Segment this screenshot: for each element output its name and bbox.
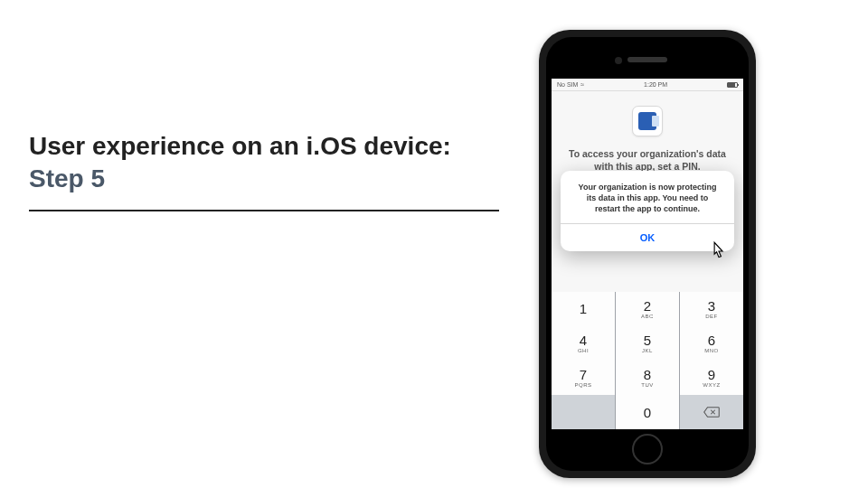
keypad-blank — [552, 395, 615, 429]
keypad-0[interactable]: 0 — [616, 395, 679, 429]
pin-prompt-heading: To access your organization's data with … — [552, 147, 743, 173]
key-3-sub: DEF — [705, 314, 718, 319]
outlook-glyph-icon — [638, 112, 656, 130]
wifi-icon: ≈ — [580, 81, 584, 88]
key-7-sub: PQRS — [574, 382, 591, 388]
carrier-label: No SIM — [557, 81, 578, 88]
key-5-num: 5 — [644, 333, 651, 347]
keypad-6[interactable]: 6MNO — [680, 326, 743, 361]
cursor-hand-icon — [707, 239, 731, 263]
key-4-num: 4 — [580, 333, 587, 347]
battery-icon — [727, 82, 738, 88]
key-8-sub: TUV — [641, 382, 654, 388]
phone-camera — [615, 57, 622, 64]
keypad-7[interactable]: 7PQRS — [552, 361, 615, 395]
key-4-sub: GHI — [578, 348, 589, 353]
keypad-5[interactable]: 5JKL — [616, 326, 679, 361]
backspace-icon — [703, 407, 720, 418]
home-button[interactable] — [632, 434, 663, 465]
iphone-device-frame: No SIM ≈ 1:20 PM To access your organiza… — [539, 30, 756, 478]
key-1-num: 1 — [580, 302, 587, 315]
key-5-sub: JKL — [642, 348, 653, 353]
status-time: 1:20 PM — [644, 81, 667, 88]
keypad-1[interactable]: 1 — [552, 292, 615, 326]
keypad-8[interactable]: 8TUV — [616, 361, 679, 395]
outlook-app-icon — [632, 106, 663, 136]
title-divider — [29, 210, 499, 211]
keypad-9[interactable]: 9WXYZ — [680, 361, 743, 395]
keypad-4[interactable]: 4GHI — [552, 326, 615, 361]
phone-screen: No SIM ≈ 1:20 PM To access your organiza… — [552, 79, 743, 429]
keypad-2[interactable]: 2ABC — [616, 292, 679, 326]
key-8-num: 8 — [644, 368, 651, 381]
key-2-num: 2 — [644, 299, 651, 313]
key-6-sub: MNO — [704, 348, 719, 353]
slide-title-line-2: Step 5 — [29, 164, 463, 194]
key-0-num: 0 — [644, 406, 651, 419]
phone-speaker — [627, 57, 667, 62]
key-3-num: 3 — [708, 299, 715, 313]
key-7-num: 7 — [580, 368, 587, 381]
key-2-sub: ABC — [641, 314, 654, 319]
key-6-num: 6 — [708, 333, 715, 347]
keypad-3[interactable]: 3DEF — [680, 292, 743, 326]
numeric-keypad: 1 2ABC 3DEF 4GHI 5JKL 6MNO 7PQRS 8TUV 9W… — [552, 292, 743, 429]
slide-title-line-1: User experience on an i.OS device: — [29, 131, 463, 162]
status-bar: No SIM ≈ 1:20 PM — [552, 79, 743, 91]
key-9-num: 9 — [708, 368, 715, 381]
alert-message: Your organization is now protecting its … — [561, 171, 734, 223]
key-9-sub: WXYZ — [703, 382, 720, 388]
keypad-delete[interactable] — [680, 395, 743, 429]
